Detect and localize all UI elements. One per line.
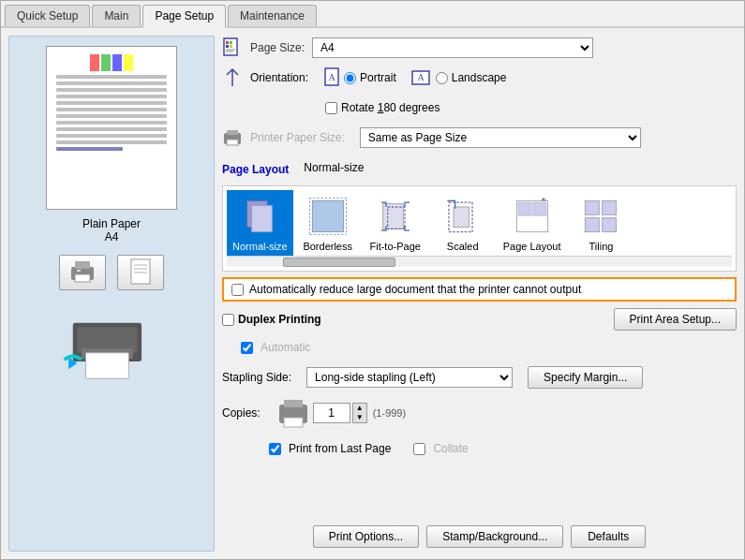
layout-scaled[interactable]: Scaled	[430, 190, 496, 256]
page-layout-row: Page Layout Normal-size	[222, 155, 737, 180]
layout-icons-scroll: Normal-size Borderless	[227, 190, 732, 256]
bottom-buttons: Print Options... Stamp/Background... Def…	[222, 518, 737, 552]
color-bars	[90, 54, 133, 71]
borderless-icon-area	[305, 194, 350, 239]
layout-bar: Normal-size Borderless	[222, 185, 737, 272]
printer-icon	[222, 127, 243, 148]
yellow-bar	[124, 54, 133, 71]
orientation-label: Orientation:	[250, 71, 308, 84]
paper-size-label: A4	[82, 230, 141, 243]
duplex-checkbox-row[interactable]: Duplex Printing	[222, 313, 321, 326]
printer-form-icon	[222, 127, 243, 148]
copies-label: Copies:	[222, 406, 261, 420]
paper-small-icon	[127, 258, 154, 287]
portrait-icon: A	[323, 67, 340, 88]
landscape-radio[interactable]	[436, 72, 448, 84]
svg-rect-40	[603, 200, 617, 214]
landscape-option[interactable]: A Landscape	[411, 69, 507, 86]
svg-rect-2	[75, 274, 90, 282]
tab-bar: Quick Setup Main Page Setup Maintenance	[1, 1, 744, 28]
printer-paper-size-select[interactable]: Same as Page Size	[360, 127, 641, 148]
rotate-checkbox[interactable]	[325, 102, 337, 114]
portrait-radio[interactable]	[344, 72, 356, 84]
scaled-svg	[444, 198, 482, 235]
page-size-select[interactable]: A4	[312, 37, 593, 58]
left-panel: Plain Paper A4	[8, 36, 215, 552]
line-3	[56, 88, 167, 92]
orientation-icon	[222, 67, 243, 88]
icon-buttons	[59, 255, 164, 290]
layout-scrollbar[interactable]	[227, 256, 732, 267]
printer-button[interactable]	[59, 255, 106, 290]
automatic-row: Automatic	[222, 335, 737, 360]
fit-to-page-label: Fit-to-Page	[369, 241, 420, 252]
main-window: Quick Setup Main Page Setup Maintenance	[0, 0, 745, 560]
normal-size-label: Normal-size	[232, 241, 288, 252]
svg-rect-17	[230, 45, 232, 48]
svg-rect-39	[586, 200, 600, 214]
svg-rect-36	[518, 202, 531, 215]
blue-bar	[112, 54, 122, 71]
line-9	[56, 127, 167, 131]
printer-small-icon	[67, 259, 97, 286]
svg-rect-14	[226, 41, 229, 44]
tab-main[interactable]: Main	[92, 5, 141, 26]
collate-label: Collate	[433, 442, 468, 455]
svg-rect-28	[252, 205, 273, 231]
svg-rect-4	[131, 259, 150, 284]
copies-spinner[interactable]: ▲ ▼	[352, 403, 367, 423]
paper-button[interactable]	[117, 255, 164, 290]
duplex-label: Duplex Printing	[238, 313, 321, 326]
stamp-background-button[interactable]: Stamp/Background...	[426, 525, 563, 548]
svg-rect-44	[284, 400, 303, 407]
layout-fit-to-page[interactable]: Fit-to-Page	[363, 190, 428, 256]
print-from-last-checkbox[interactable]	[269, 443, 281, 455]
layout-page-layout[interactable]: 2 Page Layout	[498, 190, 567, 256]
copies-up-button[interactable]: ▲	[353, 404, 366, 413]
page-layout-label: Page Layout	[222, 163, 289, 176]
layout-borderless[interactable]: Borderless	[295, 190, 361, 256]
line-purple	[56, 147, 123, 151]
borderless-label: Borderless	[303, 241, 352, 252]
page-layout-label: Page Layout	[503, 241, 561, 252]
copies-row: Copies: ▲ ▼ (1-999)	[222, 395, 737, 431]
copies-input[interactable]	[313, 403, 350, 423]
print-options-button[interactable]: Print Options...	[313, 525, 419, 548]
print-area-setup-button[interactable]: Print Area Setup...	[614, 308, 737, 331]
page-icon	[222, 37, 243, 58]
normal-size-icon-area	[237, 194, 282, 239]
svg-rect-15	[230, 41, 232, 44]
collate-checkbox[interactable]	[413, 443, 425, 455]
rotate-label: Rotate 180 degrees	[341, 101, 440, 114]
tab-quick-setup[interactable]: Quick Setup	[5, 5, 90, 26]
layout-normal-size[interactable]: Normal-size	[227, 190, 293, 256]
auto-reduce-checkbox[interactable]	[231, 284, 244, 296]
duplex-checkbox[interactable]	[222, 314, 234, 326]
right-panel: Page Size: A4 Orientation:	[222, 36, 737, 552]
copies-down-button[interactable]: ▼	[353, 413, 366, 422]
specify-margin-button[interactable]: Specify Margin...	[528, 366, 643, 389]
defaults-button[interactable]: Defaults	[571, 525, 646, 548]
orientation-row: Orientation: A Portrait A	[222, 66, 737, 90]
portrait-option[interactable]: A Portrait	[323, 67, 396, 88]
landscape-label: Landscape	[452, 71, 507, 84]
borderless-svg	[309, 198, 347, 235]
line-7	[56, 114, 167, 118]
fit-to-page-icon-area	[373, 194, 418, 239]
page-size-icon	[222, 37, 243, 58]
scrollbar-thumb[interactable]	[283, 258, 395, 267]
svg-rect-42	[603, 218, 617, 232]
svg-rect-31	[382, 204, 403, 229]
rotate-checkbox-row[interactable]: Rotate 180 degrees	[325, 101, 440, 114]
content-area: Plain Paper A4	[1, 28, 744, 559]
tab-maintenance[interactable]: Maintenance	[228, 5, 317, 26]
automatic-checkbox[interactable]	[241, 342, 253, 354]
tab-page-setup[interactable]: Page Setup	[142, 5, 226, 28]
printer-paper-size-row: Printer Paper Size: Same as Page Size	[222, 125, 737, 150]
red-bar	[90, 54, 99, 71]
layout-tiling[interactable]: Tiling	[568, 190, 633, 256]
paper-type: Plain Paper	[82, 217, 141, 230]
printer-graphic	[60, 298, 163, 382]
stapling-side-select[interactable]: Long-side stapling (Left)	[306, 367, 513, 388]
copies-printer-icon	[276, 395, 311, 431]
